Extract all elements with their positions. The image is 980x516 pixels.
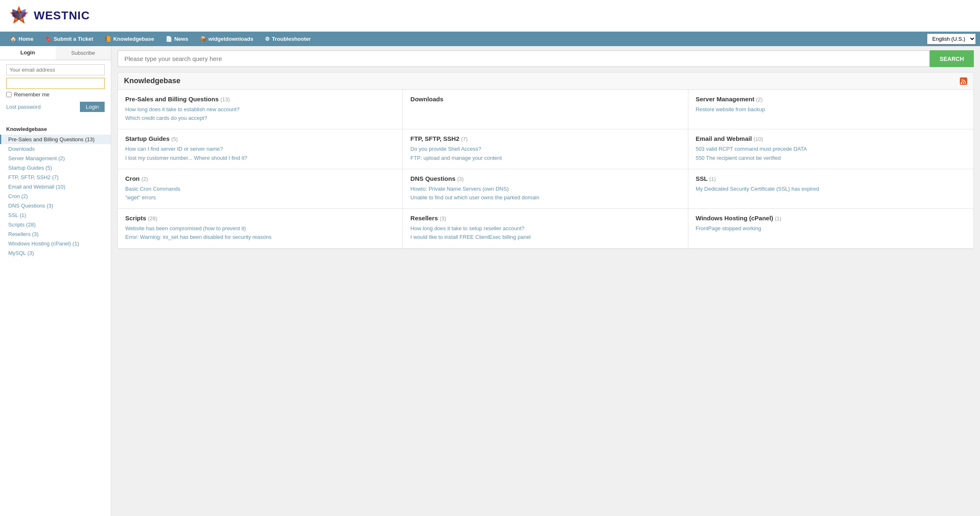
kb-cell-8: SSL (1)My Dedicated Security Certificate… — [688, 169, 973, 209]
kb-cell-link-0-1[interactable]: Which credit cards do you accept? — [125, 114, 395, 122]
sidebar-kb-item-8[interactable]: SSL (1) — [0, 210, 111, 220]
kb-cell-link-3-1[interactable]: I lost my customer number... Where shoul… — [125, 154, 395, 162]
nav-submit-ticket-label: Submit a Ticket — [54, 36, 93, 42]
login-tab[interactable]: Login — [0, 46, 56, 60]
password-field[interactable] — [6, 78, 105, 89]
login-tabs: Login Subscribe — [0, 46, 111, 60]
kb-cell-title-10[interactable]: Resellers (3) — [410, 215, 680, 222]
kb-panel-title: Knowledgebase — [124, 77, 180, 85]
kb-cell-link-4-0[interactable]: Do you provide Shell Access? — [410, 145, 680, 153]
nav-widgetdownloads[interactable]: 📦 widgetdownloads — [194, 32, 259, 46]
nav-home[interactable]: 🏠 Home — [4, 32, 39, 46]
main-layout: Login Subscribe Remember me Lost passwor… — [0, 46, 980, 516]
nav-submit-ticket[interactable]: 🔖 Submit a Ticket — [39, 32, 99, 46]
content-area: SEARCH Knowledgebase Pre-Sales and Billi… — [111, 46, 980, 516]
nav-troubleshooter[interactable]: ⚙ Troubleshooter — [259, 32, 317, 46]
kb-cell-1: Downloads — [403, 90, 688, 129]
sidebar-kb-item-3[interactable]: Startup Guides (5) — [0, 163, 111, 173]
subscribe-tab[interactable]: Subscribe — [56, 46, 111, 60]
kb-cell-7: DNS Questions (3)Howto: Private Name Ser… — [403, 169, 688, 209]
kb-cell-link-3-0[interactable]: How can I find server ID or server name? — [125, 145, 395, 153]
nav-knowledgebase-label: Knowledgebase — [113, 36, 154, 42]
logo-text: WESTNIC — [34, 9, 90, 22]
kb-cell-title-7[interactable]: DNS Questions (3) — [410, 175, 680, 182]
kb-cell-title-9[interactable]: Scripts (28) — [125, 215, 395, 222]
sidebar-kb-item-9[interactable]: Scripts (28) — [0, 220, 111, 229]
kb-cell-title-8[interactable]: SSL (1) — [696, 175, 966, 182]
kb-icon: 📙 — [105, 36, 111, 42]
kb-cell-link-5-1[interactable]: 550 The recipient cannot be verified — [696, 154, 966, 162]
kb-cell-link-7-0[interactable]: Howto: Private Name Servers (own DNS) — [410, 185, 680, 193]
sidebar-kb-item-7[interactable]: DNS Questions (3) — [0, 201, 111, 210]
kb-cell-link-10-0[interactable]: How long does it take to setup reseller … — [410, 225, 680, 232]
kb-cell-link-0-0[interactable]: How long does it take to establish new a… — [125, 106, 395, 113]
sidebar-kb-item-1[interactable]: Downloads — [0, 144, 111, 154]
kb-cell-title-6[interactable]: Cron (2) — [125, 175, 395, 182]
kb-cell-title-2[interactable]: Server Management (2) — [696, 96, 966, 103]
sidebar-kb-item-11[interactable]: Windows Hosting (cPanel) (1) — [0, 239, 111, 248]
kb-cell-10: Resellers (3)How long does it take to se… — [403, 209, 688, 248]
kb-cell-title-3[interactable]: Startup Guides (5) — [125, 135, 395, 142]
news-icon: 📄 — [166, 36, 172, 42]
ticket-icon: 🔖 — [45, 36, 51, 42]
kb-cell-title-1[interactable]: Downloads — [410, 96, 680, 103]
sidebar-nav: Knowledgebase Pre-Sales and Billing Ques… — [0, 120, 111, 261]
kb-cell-link-10-1[interactable]: I would like to install FREE ClientExec … — [410, 233, 680, 241]
language-dropdown[interactable]: English (U.S.) — [927, 33, 976, 44]
sidebar-kb-item-12[interactable]: MySQL (3) — [0, 248, 111, 258]
sidebar-kb-item-6[interactable]: Cron (2) — [0, 191, 111, 201]
kb-cell-link-7-1[interactable]: Unable to find out which user owns the p… — [410, 194, 680, 201]
svg-point-6 — [961, 82, 962, 84]
login-form: Remember me Lost password Login — [0, 60, 111, 120]
kb-cell-3: Startup Guides (5)How can I find server … — [118, 129, 403, 169]
search-button[interactable]: SEARCH — [930, 50, 974, 67]
nav-news[interactable]: 📄 News — [160, 32, 194, 46]
login-button[interactable]: Login — [80, 102, 105, 112]
sidebar-kb-item-0[interactable]: Pre-Sales and Billing Questions (13) — [0, 135, 111, 144]
kb-cell-4: FTP, SFTP, SSH2 (7)Do you provide Shell … — [403, 129, 688, 169]
kb-cell-link-2-0[interactable]: Restore website from backup — [696, 106, 966, 113]
login-actions: Lost password Login — [6, 102, 105, 112]
kb-cell-6: Cron (2)Basic Cron Commands"wget" errors — [118, 169, 403, 209]
kb-cell-link-9-0[interactable]: Website has been compromised (how to pre… — [125, 225, 395, 232]
kb-cell-title-11[interactable]: Windows Hosting (cPanel) (1) — [696, 215, 966, 222]
kb-cell-link-5-0[interactable]: 503 valid RCPT command must precede DATA — [696, 145, 966, 153]
kb-cell-link-6-0[interactable]: Basic Cron Commands — [125, 185, 395, 193]
kb-cell-2: Server Management (2)Restore website fro… — [688, 90, 973, 129]
remember-checkbox[interactable] — [6, 92, 12, 97]
sidebar-kb-item-5[interactable]: Email and Webmail (10) — [0, 182, 111, 191]
sidebar-kb-item-2[interactable]: Server Management (2) — [0, 154, 111, 163]
kb-grid: Pre-Sales and Billing Questions (13)How … — [118, 90, 973, 249]
kb-cell-link-8-0[interactable]: My Dedicated Security Certificate (SSL) … — [696, 185, 966, 193]
sidebar-kb-item-4[interactable]: FTP, SFTP, SSH2 (7) — [0, 173, 111, 182]
sidebar-kb-item-10[interactable]: Resellers (3) — [0, 229, 111, 239]
kb-cell-link-6-1[interactable]: "wget" errors — [125, 194, 395, 201]
kb-cell-title-4[interactable]: FTP, SFTP, SSH2 (7) — [410, 135, 680, 142]
kb-cell-title-0[interactable]: Pre-Sales and Billing Questions (13) — [125, 96, 395, 103]
email-field[interactable] — [6, 64, 105, 75]
rss-icon — [960, 77, 967, 85]
remember-label: Remember me — [14, 91, 49, 98]
logo-area: WESTNIC — [8, 5, 90, 26]
lost-password-link[interactable]: Lost password — [6, 104, 41, 110]
home-icon: 🏠 — [10, 36, 16, 42]
kb-cell-link-11-0[interactable]: FrontPage stopped working — [696, 225, 966, 232]
nav-news-label: News — [174, 36, 188, 42]
troubleshooter-icon: ⚙ — [265, 36, 270, 42]
remember-row: Remember me — [6, 91, 105, 98]
logo-icon — [8, 5, 30, 26]
search-bar: SEARCH — [117, 50, 974, 67]
nav-troubleshooter-label: Troubleshooter — [272, 36, 311, 42]
kb-cell-0: Pre-Sales and Billing Questions (13)How … — [118, 90, 403, 129]
kb-cell-11: Windows Hosting (cPanel) (1)FrontPage st… — [688, 209, 973, 248]
language-selector[interactable]: English (U.S.) — [927, 33, 976, 44]
kb-cell-link-4-1[interactable]: FTP: upload and manage your content — [410, 154, 680, 162]
kb-cell-title-5[interactable]: Email and Webmail (10) — [696, 135, 966, 142]
sidebar-kb-title: Knowledgebase — [0, 124, 111, 135]
search-input[interactable] — [117, 50, 930, 67]
kb-cell-link-9-1[interactable]: Error: Warning: ini_set has been disable… — [125, 233, 395, 241]
kb-cell-9: Scripts (28)Website has been compromised… — [118, 209, 403, 248]
kb-panel-header: Knowledgebase — [118, 72, 973, 90]
nav-knowledgebase[interactable]: 📙 Knowledgebase — [99, 32, 160, 46]
sidebar: Login Subscribe Remember me Lost passwor… — [0, 46, 111, 516]
